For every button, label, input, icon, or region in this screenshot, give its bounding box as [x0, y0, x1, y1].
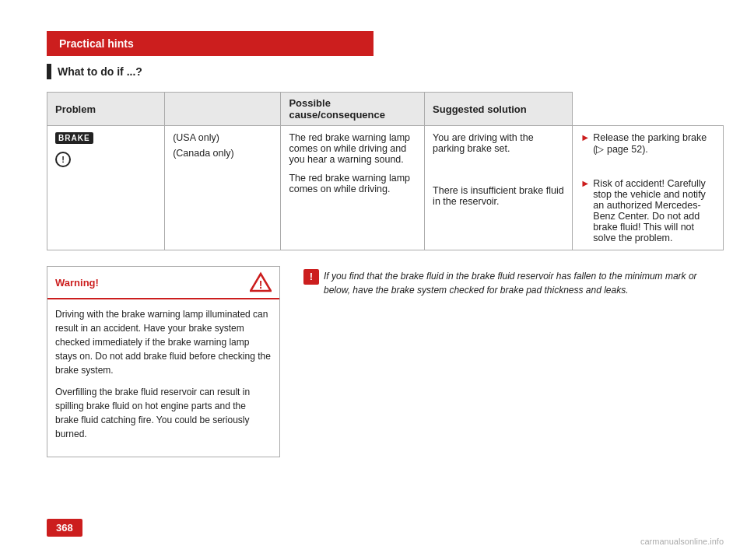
warning-paragraph-2: Overfilling the brake fluid reservoir ca… [55, 385, 272, 441]
section-header: Practical hints [47, 31, 374, 56]
notice-text: If you find that the brake fluid in the … [324, 269, 700, 297]
header-title: Practical hints [59, 37, 134, 50]
problem-desc-2: The red brake warning lamp comes on whil… [289, 173, 416, 194]
svg-text:!: ! [259, 278, 263, 291]
notice-icon: ! [303, 269, 319, 285]
warning-title: Warning! [55, 277, 99, 289]
page-number: 368 [47, 519, 82, 537]
section-title: What to do if ...? [58, 65, 142, 78]
solution-2: Risk of accident! Carefully stop the veh… [593, 178, 715, 243]
problem-label-cell: (USA only) (Canada only) [165, 126, 281, 250]
problem-icon-cell: BRAKE ! [47, 126, 165, 250]
section-bar-decoration [47, 64, 51, 79]
watermark: carmanualsonline.info [640, 537, 724, 546]
table-header-row: Problem Possible cause/consequence Sugge… [47, 93, 724, 126]
brake-icon-usa: BRAKE [55, 132, 93, 144]
section-title-row: What to do if ...? [47, 64, 747, 79]
main-table: Problem Possible cause/consequence Sugge… [47, 92, 724, 250]
cause-1: You are driving with the parking brake s… [433, 132, 564, 154]
warning-box: Warning! ! Driving with the brake warnin… [47, 266, 280, 457]
col-header-cause: Possible cause/consequence [281, 93, 425, 126]
arrow-icon-2: ► [580, 178, 590, 189]
usa-label: (USA only) [173, 132, 272, 143]
solution-cell: ► Release the parking brake (▷ page 52).… [572, 126, 723, 250]
cause-cell: You are driving with the parking brake s… [425, 126, 573, 250]
col-header-problem: Problem [47, 93, 165, 126]
warning-triangle-icon: ! [250, 271, 272, 293]
problem-desc-cell: The red brake warning lamp comes on whil… [281, 126, 425, 250]
warning-paragraph-1: Driving with the brake warning lamp illu… [55, 307, 272, 377]
notice-text-row: ! If you find that the brake fluid in th… [303, 269, 700, 297]
col-header-solution: Suggested solution [425, 93, 573, 126]
bottom-section: Warning! ! Driving with the brake warnin… [47, 266, 700, 457]
brake-icon-canada: ! [55, 152, 71, 167]
warning-content: Driving with the brake warning lamp illu… [47, 299, 279, 457]
cause-2: There is insufficient brake fluid in the… [433, 185, 564, 207]
arrow-icon-1: ► [580, 132, 590, 143]
solution-1: Release the parking brake (▷ page 52). [593, 132, 715, 155]
canada-label: (Canada only) [173, 148, 272, 159]
table-row: BRAKE ! (USA only) (Canada only) The red… [47, 126, 724, 250]
notice-box: ! If you find that the brake fluid in th… [303, 266, 700, 457]
col-header-problem-desc [165, 93, 281, 126]
warning-header: Warning! ! [47, 267, 279, 299]
problem-desc-1: The red brake warning lamp comes on whil… [289, 132, 416, 165]
